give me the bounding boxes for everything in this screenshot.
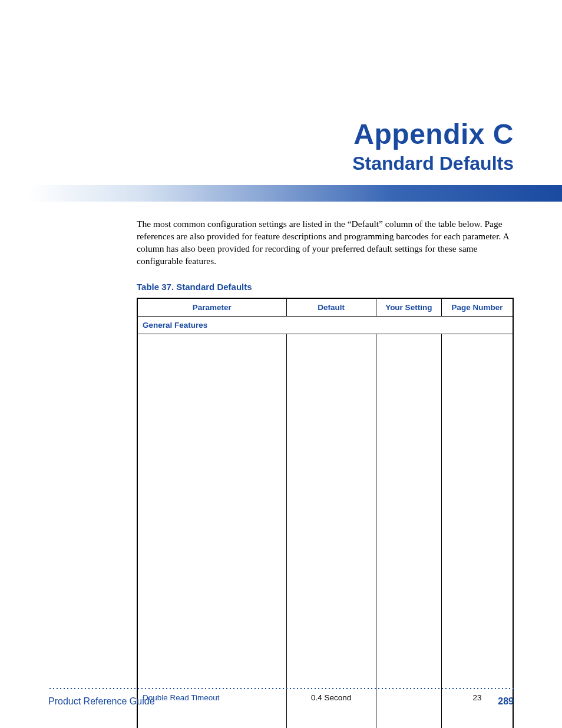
table-caption: Table 37. Standard Defaults — [137, 282, 514, 292]
col-your-setting: Your Setting — [376, 298, 441, 317]
appendix-title: Appendix C — [48, 118, 514, 150]
footer-doc-title: Product Reference Guide — [48, 696, 155, 707]
col-page-number: Page Number — [441, 298, 513, 317]
footer-page-number: 289 — [498, 696, 514, 707]
header-gradient-bar — [0, 185, 562, 202]
page: Appendix C Standard Defaults The most co… — [0, 0, 562, 728]
col-parameter: Parameter — [137, 298, 286, 317]
section-general-features: General Features — [137, 316, 513, 334]
default-cell: 0.4 Second — [286, 334, 376, 728]
footer-divider-dots — [48, 687, 514, 690]
section-label: General Features — [137, 316, 513, 334]
page-footer: Product Reference Guide 289 — [48, 696, 514, 707]
appendix-subtitle: Standard Defaults — [48, 153, 514, 174]
col-default: Default — [286, 298, 376, 317]
intro-paragraph: The most common configuration settings a… — [137, 218, 514, 268]
table-header-row: Parameter Default Your Setting Page Numb… — [137, 298, 513, 317]
your-setting-cell — [376, 334, 441, 728]
title-block: Appendix C Standard Defaults — [48, 118, 514, 174]
param-cell[interactable]: Double Read Timeout — [137, 334, 286, 728]
page-number-cell[interactable]: 23 — [441, 334, 513, 728]
table-row: Double Read Timeout 0.4 Second 23 — [137, 334, 513, 728]
standard-defaults-table: Parameter Default Your Setting Page Numb… — [137, 298, 514, 728]
